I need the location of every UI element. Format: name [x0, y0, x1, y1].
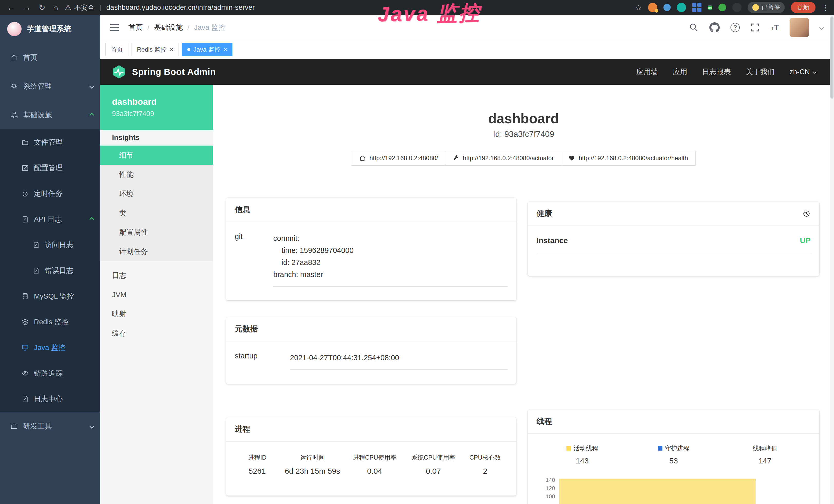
- process-col-header: 运行时间: [281, 453, 344, 462]
- breadcrumb-separator: /: [148, 23, 150, 31]
- sba-nav-about[interactable]: 关于我们: [746, 67, 775, 77]
- tab-home[interactable]: 首页: [105, 43, 128, 56]
- update-button[interactable]: 更新: [791, 2, 815, 13]
- avatar-caret-icon[interactable]: [819, 25, 824, 30]
- extension-icon-3[interactable]: [677, 3, 686, 12]
- sba-section-insights[interactable]: Insights: [100, 130, 213, 145]
- sba-item-jvm[interactable]: JVM: [100, 285, 213, 304]
- sba-item-logs[interactable]: 日志: [100, 266, 213, 285]
- sba-nav-journal[interactable]: 日志报表: [702, 67, 731, 77]
- sidebar-item-label: 错误日志: [45, 266, 73, 275]
- sba-item-environment[interactable]: 环境: [100, 184, 213, 203]
- sidebar-item-access-log[interactable]: 访问日志: [0, 232, 100, 258]
- sidebar-item-label: Redis 监控: [34, 317, 69, 327]
- sidebar-item-tracing[interactable]: 链路追踪: [0, 361, 100, 386]
- sidebar-item-java-monitor[interactable]: Java 监控: [0, 335, 100, 361]
- stack-icon: [22, 318, 29, 325]
- fullscreen-icon[interactable]: [750, 23, 760, 32]
- sidebar-item-dev-tools[interactable]: 研发工具: [0, 412, 100, 441]
- sidebar-item-api-log[interactable]: API 日志: [0, 206, 100, 232]
- sidebar-item-log-center[interactable]: 日志中心: [0, 386, 100, 412]
- link-root-url[interactable]: http://192.168.0.2:48080/: [352, 151, 445, 166]
- url-separator: |: [100, 4, 101, 12]
- sba-item-mappings[interactable]: 映射: [100, 304, 213, 323]
- sba-locale-select[interactable]: zh-CN: [790, 68, 816, 76]
- sidebar-item-infra[interactable]: 基础设施: [0, 101, 100, 130]
- tab-redis-monitor[interactable]: Redis 监控 ×: [132, 43, 179, 56]
- sidebar-item-jobs[interactable]: 定时任务: [0, 181, 100, 206]
- chevron-up-icon: [89, 217, 94, 222]
- tab-java-monitor[interactable]: Java 监控 ×: [182, 43, 233, 56]
- extension-icon-2[interactable]: [663, 4, 671, 11]
- sba-item-config-props[interactable]: 配置属性: [100, 223, 213, 242]
- sidebar-item-label: 基础设施: [23, 110, 52, 120]
- sidebar-item-mysql[interactable]: MySQL 监控: [0, 283, 100, 309]
- font-size-icon[interactable]: TT: [771, 23, 779, 32]
- sba-nav-wall[interactable]: 应用墙: [636, 67, 658, 77]
- address-bar[interactable]: ⚠ 不安全 | dashboard.yudao.iocoder.cn/infra…: [65, 3, 255, 12]
- breadcrumb-home[interactable]: 首页: [128, 23, 143, 32]
- sba-item-performance[interactable]: 性能: [100, 165, 213, 184]
- info-value: commit: time: 1596289704000 id: 27aa832 …: [273, 232, 507, 287]
- link-actuator-url[interactable]: http://192.168.0.2:48080/actuator: [445, 151, 561, 166]
- sba-item-details[interactable]: 细节: [100, 145, 213, 165]
- y-tick: 140: [546, 476, 555, 484]
- sidebar-item-config[interactable]: 配置管理: [0, 155, 100, 181]
- app-sidebar: 芋道管理系统 首页 系统管理 基础设施 文件管理 配置管理 定时任务: [0, 15, 100, 504]
- sba-item-classes[interactable]: 类: [100, 203, 213, 223]
- close-icon[interactable]: ×: [223, 46, 227, 53]
- extension-icon-6[interactable]: [719, 4, 726, 11]
- tab-label: Redis 监控: [137, 45, 167, 54]
- info-card-title: 信息: [235, 204, 250, 215]
- instance-title: dashboard: [213, 110, 834, 126]
- security-label: 不安全: [74, 3, 94, 12]
- breadcrumb-section[interactable]: 基础设施: [154, 23, 183, 32]
- extension-icon-1[interactable]: [648, 3, 657, 12]
- sidebar-item-home[interactable]: 首页: [0, 43, 100, 72]
- home-icon: [359, 155, 366, 161]
- extension-icon-4[interactable]: [692, 3, 701, 12]
- sba-navbar: Spring Boot Admin 应用墙 应用 日志报表 关于我们 zh-CN: [100, 59, 834, 85]
- y-tick: 120: [546, 484, 555, 492]
- sba-instance-header[interactable]: dashboard 93a3fc7f7409: [100, 85, 213, 130]
- info-key: git: [235, 232, 273, 287]
- chevron-up-icon: [89, 113, 94, 117]
- folder-icon: [22, 139, 29, 146]
- sidebar-item-label: 文件管理: [34, 137, 63, 147]
- sba-item-caches[interactable]: 缓存: [100, 323, 213, 343]
- threads-legend-label: 守护进程: [665, 444, 690, 452]
- extension-icon-7[interactable]: [732, 3, 742, 12]
- legend-square-yellow: [566, 446, 571, 451]
- sba-brand[interactable]: Spring Boot Admin: [111, 65, 216, 79]
- sidebar-item-files[interactable]: 文件管理: [0, 130, 100, 155]
- process-value: 0.07: [405, 467, 461, 476]
- forward-icon[interactable]: →: [23, 3, 31, 12]
- search-icon[interactable]: [689, 23, 699, 32]
- extension-on-label: on: [708, 6, 712, 10]
- bookmark-star-icon[interactable]: ☆: [635, 3, 642, 12]
- paused-badge[interactable]: 已暂停: [748, 2, 785, 13]
- close-icon[interactable]: ×: [170, 46, 173, 53]
- scrollbar-thumb[interactable]: [830, 17, 833, 98]
- back-icon[interactable]: ←: [7, 3, 15, 12]
- wrench-icon: [453, 155, 459, 161]
- browser-home-icon[interactable]: ⌂: [53, 3, 58, 12]
- logo-avatar: [7, 22, 22, 36]
- sidebar-item-system[interactable]: 系统管理: [0, 72, 100, 101]
- extension-icon-5[interactable]: on: [708, 5, 712, 10]
- browser-menu-icon[interactable]: ⋮: [822, 3, 829, 12]
- reload-icon[interactable]: ↻: [39, 3, 45, 12]
- help-icon[interactable]: ?: [730, 23, 740, 32]
- warning-icon: ⚠: [65, 3, 71, 12]
- hamburger-icon[interactable]: [109, 23, 120, 31]
- sba-nav-applications[interactable]: 应用: [673, 67, 687, 77]
- github-icon[interactable]: [709, 22, 720, 32]
- sba-item-scheduled-tasks[interactable]: 计划任务: [100, 242, 213, 261]
- screen: ← → ↻ ⌂ ⚠ 不安全 | dashboard.yudao.iocoder.…: [0, 0, 834, 504]
- sidebar-item-error-log[interactable]: 错误日志: [0, 258, 100, 283]
- link-health-url[interactable]: http://192.168.0.2:48080/actuator/health: [561, 151, 696, 166]
- sidebar-item-redis[interactable]: Redis 监控: [0, 309, 100, 335]
- url-text[interactable]: dashboard.yudao.iocoder.cn/infra/admin-s…: [106, 4, 255, 12]
- user-avatar[interactable]: [790, 18, 809, 37]
- history-icon[interactable]: [803, 209, 811, 218]
